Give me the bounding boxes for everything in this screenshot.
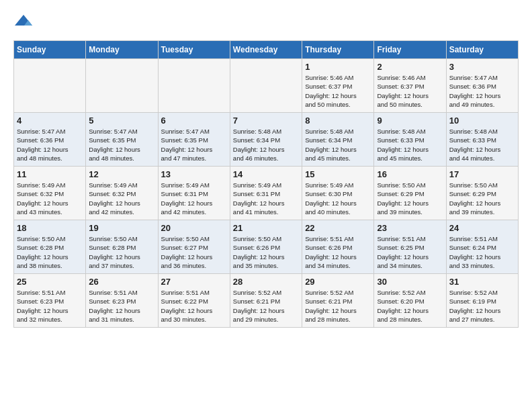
calendar-body: 1Sunrise: 5:46 AM Sunset: 6:37 PM Daylig… [14,59,519,328]
calendar-cell: 29Sunrise: 5:52 AM Sunset: 6:21 PM Dayli… [302,274,374,328]
day-number: 5 [89,116,154,126]
day-info: Sunrise: 5:47 AM Sunset: 6:35 PM Dayligh… [161,127,227,163]
calendar-cell: 25Sunrise: 5:51 AM Sunset: 6:23 PM Dayli… [14,274,86,328]
calendar-cell: 10Sunrise: 5:48 AM Sunset: 6:33 PM Dayli… [446,113,518,167]
day-info: Sunrise: 5:51 AM Sunset: 6:26 PM Dayligh… [305,234,371,270]
day-info: Sunrise: 5:51 AM Sunset: 6:25 PM Dayligh… [377,234,443,270]
calendar-cell: 9Sunrise: 5:48 AM Sunset: 6:33 PM Daylig… [374,113,446,167]
calendar-cell: 8Sunrise: 5:48 AM Sunset: 6:34 PM Daylig… [302,113,374,167]
header-cell-friday: Friday [374,41,446,59]
calendar-header: SundayMondayTuesdayWednesdayThursdayFrid… [14,41,519,59]
calendar-cell: 11Sunrise: 5:49 AM Sunset: 6:32 PM Dayli… [14,167,86,220]
calendar-cell: 7Sunrise: 5:48 AM Sunset: 6:34 PM Daylig… [230,113,302,167]
calendar-cell: 31Sunrise: 5:52 AM Sunset: 6:19 PM Dayli… [446,274,518,328]
day-number: 14 [233,169,299,179]
calendar-week-row: 1Sunrise: 5:46 AM Sunset: 6:37 PM Daylig… [14,59,519,113]
logo [13,13,36,34]
day-number: 7 [233,116,299,126]
day-info: Sunrise: 5:46 AM Sunset: 6:37 PM Dayligh… [305,73,371,109]
calendar-cell [86,59,158,113]
calendar-cell: 17Sunrise: 5:50 AM Sunset: 6:29 PM Dayli… [446,167,518,220]
calendar-cell: 28Sunrise: 5:52 AM Sunset: 6:21 PM Dayli… [230,274,302,328]
day-info: Sunrise: 5:47 AM Sunset: 6:35 PM Dayligh… [89,127,154,163]
day-number: 15 [305,169,371,179]
day-number: 24 [449,223,515,233]
day-number: 8 [305,116,371,126]
logo-icon [13,13,34,34]
header-row: SundayMondayTuesdayWednesdayThursdayFrid… [14,41,519,59]
calendar-week-row: 4Sunrise: 5:47 AM Sunset: 6:36 PM Daylig… [14,113,519,167]
header-cell-monday: Monday [86,41,158,59]
day-number: 10 [449,116,515,126]
calendar-cell: 18Sunrise: 5:50 AM Sunset: 6:28 PM Dayli… [14,220,86,274]
day-number: 2 [377,62,443,72]
day-info: Sunrise: 5:49 AM Sunset: 6:31 PM Dayligh… [233,181,299,216]
day-info: Sunrise: 5:48 AM Sunset: 6:33 PM Dayligh… [377,127,443,163]
calendar-cell: 15Sunrise: 5:49 AM Sunset: 6:30 PM Dayli… [302,167,374,220]
header-cell-tuesday: Tuesday [158,41,230,59]
calendar-cell: 5Sunrise: 5:47 AM Sunset: 6:35 PM Daylig… [86,113,158,167]
day-number: 3 [449,62,515,72]
header-cell-thursday: Thursday [302,41,374,59]
calendar-cell: 24Sunrise: 5:51 AM Sunset: 6:24 PM Dayli… [446,220,518,274]
calendar-cell: 21Sunrise: 5:50 AM Sunset: 6:26 PM Dayli… [230,220,302,274]
day-info: Sunrise: 5:47 AM Sunset: 6:36 PM Dayligh… [449,73,515,109]
day-info: Sunrise: 5:49 AM Sunset: 6:31 PM Dayligh… [161,181,227,216]
calendar-cell [14,59,86,113]
day-number: 4 [17,116,83,126]
day-number: 9 [377,116,443,126]
day-number: 30 [377,277,443,287]
day-number: 23 [377,223,443,233]
day-info: Sunrise: 5:52 AM Sunset: 6:21 PM Dayligh… [305,288,371,324]
calendar-week-row: 25Sunrise: 5:51 AM Sunset: 6:23 PM Dayli… [14,274,519,328]
calendar-cell: 19Sunrise: 5:50 AM Sunset: 6:28 PM Dayli… [86,220,158,274]
day-info: Sunrise: 5:50 AM Sunset: 6:27 PM Dayligh… [161,234,227,270]
day-number: 17 [449,169,515,179]
header-cell-wednesday: Wednesday [230,41,302,59]
day-info: Sunrise: 5:52 AM Sunset: 6:21 PM Dayligh… [233,288,299,324]
day-number: 28 [233,277,299,287]
day-number: 22 [305,223,371,233]
day-info: Sunrise: 5:50 AM Sunset: 6:29 PM Dayligh… [377,181,443,216]
day-number: 21 [233,223,299,233]
day-number: 20 [161,223,227,233]
day-number: 13 [161,169,227,179]
calendar-week-row: 11Sunrise: 5:49 AM Sunset: 6:32 PM Dayli… [14,167,519,220]
day-number: 6 [161,116,227,126]
calendar-cell: 20Sunrise: 5:50 AM Sunset: 6:27 PM Dayli… [158,220,230,274]
header-cell-sunday: Sunday [14,41,86,59]
day-info: Sunrise: 5:49 AM Sunset: 6:32 PM Dayligh… [89,181,154,216]
day-number: 31 [449,277,515,287]
calendar-cell: 16Sunrise: 5:50 AM Sunset: 6:29 PM Dayli… [374,167,446,220]
day-number: 19 [89,223,154,233]
day-info: Sunrise: 5:48 AM Sunset: 6:33 PM Dayligh… [449,127,515,163]
day-number: 1 [305,62,371,72]
calendar-cell: 26Sunrise: 5:51 AM Sunset: 6:23 PM Dayli… [86,274,158,328]
day-info: Sunrise: 5:48 AM Sunset: 6:34 PM Dayligh… [233,127,299,163]
day-info: Sunrise: 5:51 AM Sunset: 6:23 PM Dayligh… [89,288,154,324]
calendar-cell: 3Sunrise: 5:47 AM Sunset: 6:36 PM Daylig… [446,59,518,113]
day-number: 26 [89,277,154,287]
day-info: Sunrise: 5:52 AM Sunset: 6:20 PM Dayligh… [377,288,443,324]
calendar-cell [230,59,302,113]
day-info: Sunrise: 5:49 AM Sunset: 6:32 PM Dayligh… [17,181,83,216]
day-info: Sunrise: 5:47 AM Sunset: 6:36 PM Dayligh… [17,127,83,163]
day-info: Sunrise: 5:49 AM Sunset: 6:30 PM Dayligh… [305,181,371,216]
day-info: Sunrise: 5:51 AM Sunset: 6:23 PM Dayligh… [17,288,83,324]
day-number: 11 [17,169,83,179]
day-number: 12 [89,169,154,179]
calendar-cell: 2Sunrise: 5:46 AM Sunset: 6:37 PM Daylig… [374,59,446,113]
calendar-cell: 13Sunrise: 5:49 AM Sunset: 6:31 PM Dayli… [158,167,230,220]
day-number: 18 [17,223,83,233]
calendar-cell: 1Sunrise: 5:46 AM Sunset: 6:37 PM Daylig… [302,59,374,113]
day-info: Sunrise: 5:50 AM Sunset: 6:28 PM Dayligh… [89,234,154,270]
calendar-cell: 14Sunrise: 5:49 AM Sunset: 6:31 PM Dayli… [230,167,302,220]
calendar-cell: 30Sunrise: 5:52 AM Sunset: 6:20 PM Dayli… [374,274,446,328]
day-number: 29 [305,277,371,287]
day-info: Sunrise: 5:52 AM Sunset: 6:19 PM Dayligh… [449,288,515,324]
calendar-cell: 23Sunrise: 5:51 AM Sunset: 6:25 PM Dayli… [374,220,446,274]
day-info: Sunrise: 5:46 AM Sunset: 6:37 PM Dayligh… [377,73,443,109]
day-number: 25 [17,277,83,287]
day-info: Sunrise: 5:50 AM Sunset: 6:28 PM Dayligh… [17,234,83,270]
day-info: Sunrise: 5:48 AM Sunset: 6:34 PM Dayligh… [305,127,371,163]
